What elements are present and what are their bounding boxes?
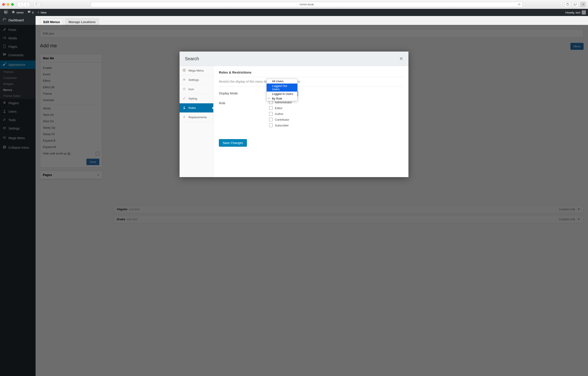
checkbox-contributor[interactable] — [269, 118, 273, 121]
tab-label: Mega Menu — [189, 69, 204, 72]
modal-header: Search ✕ — [179, 52, 409, 66]
admin-bar: mmm 0 + New Howdy, tom — [0, 9, 588, 16]
new-tab-button[interactable]: + — [580, 2, 586, 7]
tab-label: Settings — [189, 78, 199, 82]
role-checkbox-row: Subscriber — [269, 124, 403, 127]
refresh-icon[interactable]: ⟳ — [518, 3, 521, 6]
avatar-icon — [582, 10, 586, 14]
svg-rect-18 — [183, 71, 184, 72]
site-name: mmm — [16, 11, 24, 14]
comments-link[interactable]: 0 — [26, 9, 36, 16]
modal-dialog: Search ✕ Mega Menu Settings Icon — [179, 52, 409, 177]
svg-rect-16 — [183, 69, 184, 70]
svg-rect-5 — [574, 3, 577, 5]
role-name: Editor — [275, 106, 283, 110]
window-controls — [2, 3, 14, 6]
share-button[interactable] — [565, 2, 571, 7]
checkbox-author[interactable] — [269, 112, 273, 115]
back-button[interactable]: ‹ — [17, 2, 23, 7]
window-minimize[interactable] — [7, 3, 9, 6]
panel-description: Restrict the display of this menu item t… — [219, 80, 403, 87]
url-text: mmm.local — [300, 3, 314, 6]
site-link[interactable]: mmm — [10, 9, 26, 16]
window-maximize[interactable] — [11, 3, 14, 6]
tab-label: Replacements — [189, 115, 207, 119]
role-checkbox-row: Author — [269, 112, 403, 115]
user-menu[interactable]: Howdy, tom — [565, 10, 586, 14]
gear-icon — [183, 78, 186, 82]
grid-icon — [183, 69, 186, 73]
dropdown-option-logged-out[interactable]: Logged Out Users — [267, 84, 297, 92]
save-changes-button[interactable]: Save Changes — [219, 139, 247, 147]
modal-sidebar: Mega Menu Settings Icon Styling — [179, 66, 214, 177]
modal-tab-replacements[interactable]: Replacements — [179, 113, 213, 122]
modal-content: Roles & Restrictions Restrict the displa… — [214, 66, 409, 177]
dropdown-option-all-users[interactable]: All Users — [267, 79, 297, 84]
modal-tab-icon[interactable]: Icon — [179, 85, 213, 94]
checkbox-subscriber[interactable] — [269, 124, 273, 127]
tabs-button[interactable] — [572, 2, 578, 7]
svg-point-20 — [184, 79, 185, 80]
svg-point-21 — [184, 107, 185, 108]
display-mode-label: Display Mode — [219, 91, 269, 95]
comment-count: 0 — [32, 11, 34, 14]
plus-icon: + — [37, 10, 39, 14]
home-icon — [11, 10, 15, 15]
checkbox-editor[interactable] — [269, 106, 273, 110]
swap-icon — [183, 115, 186, 119]
display-mode-dropdown: All Users Logged Out Users Logged In Use… — [266, 79, 298, 101]
browser-chrome: ‹ › mmm.local ⟳ + — [0, 0, 588, 9]
dashboard-icon — [2, 18, 7, 23]
modal-tab-settings[interactable]: Settings — [179, 75, 213, 85]
sidebar-toggle[interactable] — [34, 2, 40, 7]
wordpress-icon — [4, 10, 8, 15]
star-icon — [183, 87, 186, 91]
menu-dashboard[interactable]: Dashboard — [0, 16, 36, 24]
svg-rect-0 — [35, 3, 38, 6]
wp-logo[interactable] — [2, 9, 10, 16]
role-name: Author — [275, 112, 283, 115]
nav-tabs: Edit Menus Manage Locations — [40, 18, 584, 26]
tab-label: Roles — [189, 106, 196, 110]
tab-label: Icon — [189, 88, 194, 91]
tab-edit-menus[interactable]: Edit Menus — [40, 18, 63, 26]
dropdown-option-by-role[interactable]: By Role — [267, 96, 297, 101]
svg-rect-19 — [184, 71, 186, 72]
role-label: Role — [219, 100, 269, 105]
role-name: Contributor — [275, 118, 289, 121]
svg-rect-17 — [184, 69, 186, 70]
role-checkbox-row: Contributor — [269, 118, 403, 121]
greeting: Howdy, tom — [565, 11, 580, 14]
nav-buttons: ‹ › — [17, 2, 30, 7]
modal-overlay[interactable]: Search ✕ Mega Menu Settings Icon — [0, 25, 588, 376]
modal-tab-styling[interactable]: Styling — [179, 94, 213, 103]
new-link[interactable]: + New — [36, 9, 48, 16]
menu-label: Dashboard — [9, 19, 24, 22]
comment-icon — [27, 10, 31, 15]
modal-tab-megamenu[interactable]: Mega Menu — [179, 66, 213, 75]
panel-heading: Roles & Restrictions — [219, 71, 403, 77]
url-bar[interactable]: mmm.local ⟳ — [91, 2, 523, 7]
user-icon — [183, 106, 186, 110]
tab-label: Styling — [189, 97, 197, 100]
role-checkbox-row: Editor — [269, 106, 403, 110]
modal-title: Search — [185, 56, 199, 61]
close-icon[interactable]: ✕ — [399, 56, 403, 61]
role-name: Subscriber — [275, 124, 289, 127]
brush-icon — [183, 97, 186, 100]
modal-tab-roles[interactable]: Roles — [179, 103, 213, 113]
tab-manage-locations[interactable]: Manage Locations — [65, 18, 99, 26]
forward-button[interactable]: › — [23, 2, 30, 7]
window-close[interactable] — [2, 3, 5, 6]
dropdown-option-logged-in[interactable]: Logged In Users — [267, 92, 297, 96]
new-label: New — [41, 11, 46, 14]
